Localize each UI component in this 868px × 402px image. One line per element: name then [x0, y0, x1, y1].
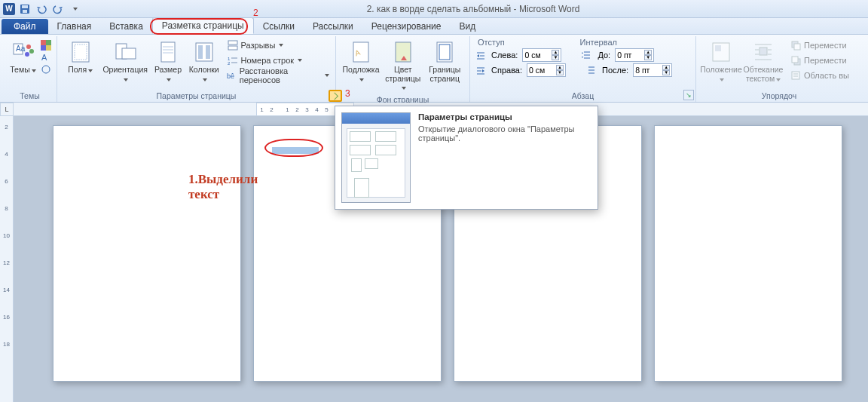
tab-mailings[interactable]: Рассылки [304, 19, 362, 34]
page-borders-label-2: страниц [430, 74, 460, 83]
watermark-button[interactable]: A Подложка [341, 38, 381, 85]
quick-access-toolbar: W [3, 2, 81, 16]
bring-forward-label: Перемести [804, 41, 847, 50]
redo-icon[interactable] [51, 2, 65, 16]
spacing-after-input[interactable]: 8 пт▲▼ [633, 63, 672, 77]
indent-left-label: Слева: [491, 51, 518, 60]
paragraph-launcher[interactable]: ↘ [683, 90, 694, 100]
size-button[interactable]: Размер [151, 38, 185, 85]
position-label: Положение [700, 65, 742, 74]
send-backward-icon [790, 54, 802, 66]
bring-forward-icon [790, 39, 802, 51]
spacing-after-label: После: [602, 66, 628, 75]
group-page-background: A Подложка Цветстраницы Границыстраниц Ф… [336, 36, 470, 102]
svg-rect-17 [122, 48, 136, 59]
svg-rect-21 [206, 45, 210, 59]
themes-icon: Aa [11, 40, 35, 64]
themes-label: Темы [10, 65, 29, 74]
orientation-button[interactable]: Ориентация [100, 38, 150, 85]
window-title: 2. как в ворде сделать альбомный - Micro… [81, 4, 865, 14]
page-borders-label-1: Границы [429, 65, 460, 74]
wrap-label-2: текстом [746, 74, 775, 83]
margins-button[interactable]: Поля [62, 38, 99, 77]
line-numbers-label: Номера строк [241, 56, 295, 65]
tab-review[interactable]: Рецензирование [362, 19, 451, 34]
save-icon[interactable] [18, 2, 32, 16]
screentip-preview-image [341, 112, 411, 203]
columns-button[interactable]: Колонки [186, 38, 222, 85]
undo-icon[interactable] [35, 2, 48, 16]
group-page-setup: Поля Ориентация Размер Колонки Разрывы [57, 36, 336, 102]
annotation-box-2 [150, 18, 248, 35]
qat-customize-icon[interactable] [68, 2, 81, 16]
line-numbers-button[interactable]: 12 Номера строк [225, 53, 332, 68]
send-backward-button[interactable]: Перемести [788, 53, 851, 68]
vertical-ruler[interactable]: 2 4 6 8 10 12 14 16 18 [0, 116, 14, 402]
annotation-text-1: 1.Выделили текст [188, 172, 258, 201]
group-page-setup-label: Параметры страницы [62, 91, 331, 102]
svg-rect-34 [760, 48, 767, 55]
svg-text:bê: bê [227, 72, 234, 80]
spacing-before-input[interactable]: 0 пт▲▼ [615, 48, 654, 62]
svg-rect-11 [46, 45, 51, 51]
tab-file[interactable]: Файл [2, 19, 48, 34]
page-borders-button[interactable]: Границыстраниц [425, 38, 466, 85]
indent-left-input[interactable]: 0 см▲▼ [522, 48, 561, 62]
bring-forward-button[interactable]: Перемести [788, 38, 851, 53]
hyphenation-icon: bê [227, 69, 237, 81]
themes-button[interactable]: Aa Темы [8, 38, 38, 77]
page-4[interactable] [654, 125, 842, 382]
wrap-label-1: Обтекание [744, 65, 784, 74]
indent-heading: Отступ [478, 38, 505, 47]
theme-fonts-icon[interactable]: A [40, 51, 52, 63]
svg-rect-1 [22, 5, 28, 8]
svg-rect-38 [792, 57, 798, 63]
group-arrange: Положение Обтеканиетекстом Перемести Пер… [696, 36, 862, 102]
tab-references[interactable]: Ссылки [254, 19, 304, 34]
selection-pane-button[interactable]: Область вы [788, 68, 851, 83]
ribbon-tabs: Файл Главная Вставка Разметка страницы С… [0, 18, 868, 35]
indent-right-icon [475, 64, 487, 76]
tab-home[interactable]: Главная [48, 19, 101, 34]
svg-rect-33 [715, 45, 721, 51]
page-color-button[interactable]: Цветстраницы [383, 38, 423, 94]
tab-view[interactable]: Вид [450, 19, 484, 34]
orientation-label: Ориентация [102, 65, 148, 74]
breaks-button[interactable]: Разрывы [225, 38, 332, 53]
screentip-title: Параметры страницы [418, 112, 591, 121]
watermark-label: Подложка [343, 65, 380, 74]
word-app-icon: W [3, 3, 15, 15]
annotation-number-2: 2 [253, 8, 258, 18]
margins-label: Поля [68, 65, 87, 74]
columns-icon [192, 40, 216, 64]
indent-left-icon [475, 49, 487, 61]
hyphenation-label: Расстановка переносов [240, 66, 321, 84]
group-themes-label: Темы [8, 91, 52, 102]
svg-rect-8 [41, 40, 46, 45]
svg-rect-20 [198, 45, 203, 59]
size-label: Размер [154, 65, 182, 74]
svg-rect-39 [792, 72, 799, 79]
annotation-number-3: 3 [345, 88, 350, 99]
page-setup-launcher[interactable] [329, 90, 342, 102]
svg-rect-2 [23, 10, 27, 13]
svg-point-5 [26, 44, 31, 49]
hyphenation-button[interactable]: bê Расстановка переносов [225, 68, 332, 83]
spacing-heading: Интервал [580, 38, 617, 47]
screentip-page-setup: Параметры страницы Открытие диалогового … [335, 106, 598, 210]
position-button[interactable]: Положение [701, 38, 741, 85]
theme-effects-icon[interactable] [40, 63, 52, 75]
group-arrange-label: Упорядоч [701, 91, 857, 102]
svg-rect-36 [794, 44, 800, 50]
wrap-text-button[interactable]: Обтеканиетекстом [743, 38, 784, 85]
title-bar: W 2. как в ворде сделать альбомный - Mic… [0, 0, 868, 18]
group-themes: Aa Темы A Темы [3, 36, 57, 102]
indent-right-input[interactable]: 0 см▲▼ [527, 63, 566, 77]
page-1[interactable] [53, 125, 241, 382]
svg-text:A: A [41, 53, 47, 62]
svg-rect-10 [41, 45, 46, 51]
svg-point-6 [29, 49, 34, 54]
tab-insert[interactable]: Вставка [100, 19, 152, 34]
svg-point-13 [42, 66, 50, 73]
theme-colors-icon[interactable] [40, 39, 52, 51]
